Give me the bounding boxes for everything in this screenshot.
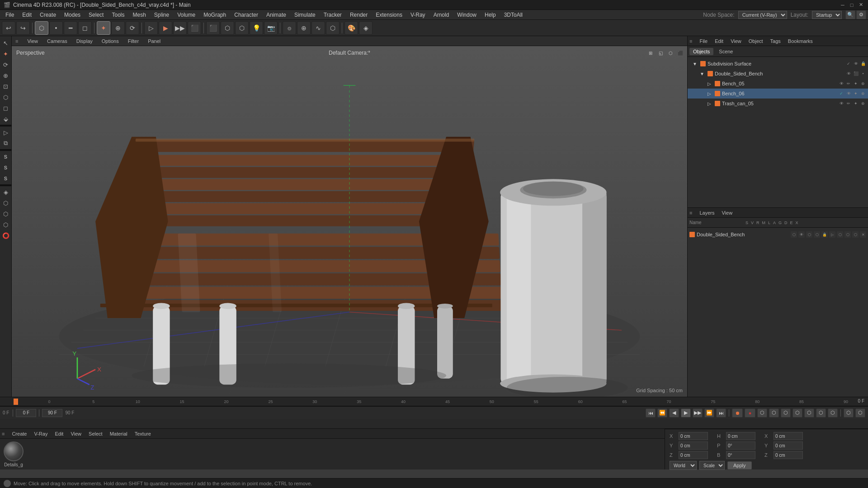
rotate-tool-button[interactable]: ⟳ — [126, 21, 139, 35]
om-vis-5[interactable]: 👁 — [838, 100, 844, 107]
left-tool-s1[interactable]: S — [1, 152, 11, 162]
viewport-menu-options[interactable]: Options — [100, 38, 121, 45]
menu-spline[interactable]: Spline — [151, 11, 173, 19]
go-start-button[interactable]: ⏮ — [646, 408, 656, 418]
render-view-button[interactable]: ▷ — [144, 21, 158, 35]
left-tool-12[interactable]: ⬡ — [1, 198, 11, 208]
layer-flag-s[interactable]: ⬡ — [791, 231, 797, 238]
redo-button[interactable]: ↪ — [16, 21, 30, 35]
menu-create[interactable]: Create — [36, 11, 60, 19]
menu-character[interactable]: Character — [231, 11, 262, 19]
rot-b-input[interactable] — [726, 451, 755, 459]
menu-select[interactable]: Select — [85, 11, 107, 19]
scale-x-input[interactable] — [774, 432, 803, 440]
om-edit-5[interactable]: ✏ — [845, 100, 852, 107]
menu-render[interactable]: Render — [346, 11, 371, 19]
left-tool-7[interactable]: ◻ — [1, 103, 11, 113]
point-mode-button[interactable]: • — [49, 21, 63, 35]
cylinder-button[interactable]: ⬡ — [235, 21, 249, 35]
playback-fps-button[interactable]: ⏺ — [732, 408, 743, 418]
edge-mode-button[interactable]: ━ — [64, 21, 77, 35]
menu-animate[interactable]: Animate — [263, 11, 290, 19]
viewport-menu-filter[interactable]: Filter — [126, 38, 141, 45]
key3-button[interactable]: ⬡ — [793, 408, 802, 418]
menu-simulate[interactable]: Simulate — [291, 11, 319, 19]
render-active-button[interactable]: ▶▶ — [173, 21, 187, 35]
layer-flag-l[interactable]: 🔒 — [821, 231, 828, 238]
current-frame-input[interactable] — [16, 409, 36, 417]
om-menu-file[interactable]: File — [698, 38, 709, 44]
left-tool-10[interactable]: ⧉ — [1, 138, 11, 148]
layer-flag-g[interactable]: ⬡ — [837, 231, 843, 238]
scale-mode-select[interactable]: Scale Size — [699, 461, 725, 470]
layer-flag-d[interactable]: ⬡ — [844, 231, 851, 238]
om-check-1[interactable]: ✓ — [845, 61, 852, 67]
left-tool-6[interactable]: ⬡ — [1, 92, 11, 102]
rot-h-input[interactable] — [726, 432, 755, 440]
record-button[interactable]: ● — [745, 408, 755, 418]
nurbs-button[interactable]: ⬡ — [326, 21, 340, 35]
om-vis-1[interactable]: 👁 — [853, 61, 859, 67]
camera-button[interactable]: 📷 — [264, 21, 278, 35]
om-menu-edit[interactable]: Edit — [713, 38, 725, 44]
om-vis-4[interactable]: 👁 — [845, 90, 852, 97]
om-lock-2[interactable]: ⬛ — [853, 70, 859, 77]
material-button[interactable]: ◈ — [359, 21, 373, 35]
undo-button[interactable]: ↩ — [2, 21, 15, 35]
end-frame-input[interactable] — [42, 409, 62, 417]
viewport-canvas[interactable]: X Y Z Perspective Default Camera:* Grid … — [12, 46, 687, 397]
apply-button[interactable]: Apply — [727, 461, 752, 469]
timeline-extra-2[interactable]: ⬡ — [855, 408, 865, 418]
om-star-3[interactable]: ✦ — [853, 80, 859, 87]
om-star-4[interactable]: ✦ — [853, 90, 859, 97]
generator-button[interactable]: ⊕ — [297, 21, 311, 35]
left-tool-14[interactable]: ⬡ — [1, 220, 11, 230]
key4-button[interactable]: ⬡ — [804, 408, 814, 418]
layout-select[interactable]: Startup — [812, 11, 842, 19]
om-item-double-bench[interactable]: ▼ Double_Sided_Bench 👁 ⬛ • — [688, 69, 868, 79]
menu-modes[interactable]: Modes — [61, 11, 84, 19]
pos-x-input[interactable] — [679, 432, 708, 440]
autokey-button[interactable]: ⬡ — [757, 408, 767, 418]
left-tool-scale[interactable]: ⊕ — [1, 70, 11, 80]
search-btn[interactable]: 🔍 — [845, 10, 855, 19]
mat-menu-material[interactable]: Material — [108, 431, 129, 437]
deformer-button[interactable]: ⌾ — [283, 21, 296, 35]
om-vis-2[interactable]: 👁 — [845, 70, 852, 77]
scale-z-input[interactable] — [774, 451, 803, 459]
om-tab-objects[interactable]: Objects — [689, 48, 713, 55]
left-tool-11[interactable]: ◈ — [1, 187, 11, 197]
stop-render-button[interactable]: ⬛ — [188, 21, 201, 35]
object-mode-button[interactable]: ⬡ — [35, 21, 48, 35]
left-tool-15[interactable]: ⭕ — [1, 230, 11, 240]
mat-menu-view[interactable]: View — [69, 431, 83, 437]
prev-frame-button[interactable]: ⏪ — [657, 408, 667, 418]
om-dots-3[interactable]: ⊕ — [860, 80, 866, 87]
next-frame-button[interactable]: ⏩ — [704, 408, 714, 418]
key2-button[interactable]: ⬡ — [781, 408, 791, 418]
menu-window[interactable]: Window — [453, 11, 480, 19]
om-item-trashcan[interactable]: ▷ Trash_can_05 👁 ✏ ✦ ⊕ — [688, 99, 868, 108]
menu-tracker[interactable]: Tracker — [320, 11, 345, 19]
scale-y-input[interactable] — [774, 441, 803, 450]
left-tool-select[interactable]: ↖ — [1, 38, 11, 48]
play-forward-fast-button[interactable]: ▶▶ — [693, 408, 703, 418]
key-button[interactable]: ⬡ — [769, 408, 779, 418]
viewport-nav-3[interactable]: ⬡ — [666, 49, 675, 57]
polygon-mode-button[interactable]: ◻ — [78, 21, 92, 35]
mat-menu-icon[interactable]: ≡ — [2, 431, 5, 436]
sphere-button[interactable]: ⬡ — [221, 21, 234, 35]
om-menu-view[interactable]: View — [729, 38, 743, 44]
menu-tools[interactable]: Tools — [108, 11, 128, 19]
spline-button[interactable]: ∿ — [311, 21, 325, 35]
mat-menu-texture[interactable]: Texture — [133, 431, 153, 437]
viewport-nav-2[interactable]: ◱ — [656, 49, 665, 57]
timeline-cursor[interactable] — [14, 399, 18, 405]
layer-flag-a[interactable]: ▷ — [829, 231, 835, 238]
om-dots-4[interactable]: ⊕ — [860, 90, 866, 97]
left-tool-13[interactable]: ⬡ — [1, 209, 11, 219]
menu-volume[interactable]: Volume — [174, 11, 199, 19]
viewport-menu-panel[interactable]: Panel — [146, 38, 162, 45]
cube-button[interactable]: ⬛ — [206, 21, 220, 35]
om-star-5[interactable]: ✦ — [853, 100, 859, 107]
